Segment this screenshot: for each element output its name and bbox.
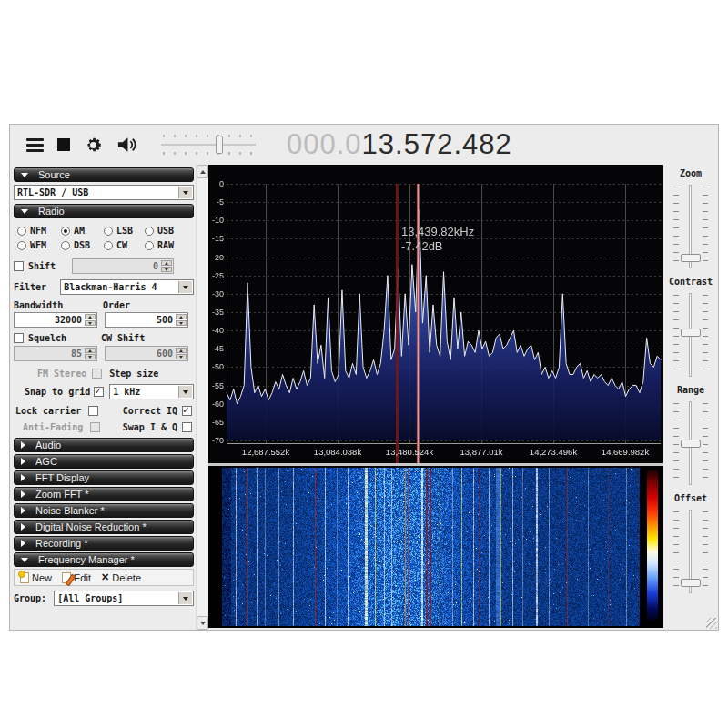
range-slider[interactable] xyxy=(671,401,711,485)
source-device-dropdown[interactable]: RTL-SDR / USB xyxy=(14,185,194,200)
panel-header-radio[interactable]: Radio xyxy=(14,204,194,218)
panel-header-digital-noise-reduction[interactable]: Digital Noise Reduction * xyxy=(14,520,194,534)
scroll-up-button[interactable] xyxy=(197,165,208,178)
y-tick: -60 xyxy=(208,399,224,409)
filter-dropdown[interactable]: Blackman-Harris 4 xyxy=(60,279,194,295)
dropdown-arrow-icon[interactable] xyxy=(178,281,192,293)
lock-carrier-checkbox[interactable] xyxy=(88,406,98,416)
step-size-dropdown[interactable]: 1 kHz xyxy=(109,384,194,399)
bandwidth-input[interactable]: 32000 xyxy=(14,312,97,328)
mode-radio-cw[interactable]: CW xyxy=(104,240,145,250)
panel-header-recording[interactable]: Recording * xyxy=(14,536,194,551)
correct-iq-checkbox[interactable] xyxy=(182,406,192,416)
sidebar-scrollbar[interactable] xyxy=(196,165,208,630)
mode-radio-wfm[interactable]: WFM xyxy=(17,240,61,250)
stop-icon[interactable] xyxy=(57,138,70,151)
filter-label: Filter xyxy=(14,282,46,292)
snap-to-grid-checkbox[interactable] xyxy=(94,387,104,397)
expand-arrow-icon xyxy=(21,490,25,498)
correct-iq-label: Correct IQ xyxy=(123,406,177,416)
panel-header-noise-blanker[interactable]: Noise Blanker * xyxy=(14,503,194,518)
panel-header-agc[interactable]: AGC xyxy=(14,454,194,469)
waterfall-canvas[interactable] xyxy=(222,468,640,626)
mode-radio-am[interactable]: AM xyxy=(61,226,104,236)
speaker-icon[interactable] xyxy=(116,136,137,154)
expand-arrow-icon xyxy=(21,540,25,547)
frequency-value: 13.572.482 xyxy=(362,128,512,160)
squelch-input[interactable]: 85 xyxy=(14,346,97,361)
source-device-value: RTL-SDR / USB xyxy=(17,187,88,197)
collapse-arrow-icon xyxy=(21,209,28,214)
y-tick: -40 xyxy=(208,326,224,335)
mode-radio-raw[interactable]: RAW xyxy=(145,240,190,250)
dropdown-arrow-icon[interactable] xyxy=(178,187,192,198)
menu-icon[interactable] xyxy=(26,138,44,152)
anti-fading-label: Anti-Fading xyxy=(23,422,83,432)
offset-slider-thumb[interactable] xyxy=(681,579,701,587)
panel-header-frequency-manager[interactable]: Frequency Manager * xyxy=(14,552,194,567)
y-tick: -35 xyxy=(208,308,224,317)
volume-thumb[interactable] xyxy=(216,136,223,154)
delete-x-icon: ✕ xyxy=(101,571,109,583)
dropdown-arrow-icon[interactable] xyxy=(178,592,192,604)
volume-slider[interactable] xyxy=(161,131,256,158)
mode-radio-lsb[interactable]: LSB xyxy=(104,226,145,236)
expand-arrow-icon xyxy=(21,458,25,465)
spinner-icon[interactable] xyxy=(161,260,172,272)
spectrum-panel[interactable]: 0 -5 -10 -15 -20 -25 -30 -35 -40 -45 -50… xyxy=(208,165,663,463)
panel-header-source[interactable]: Source xyxy=(14,167,194,182)
offset-slider[interactable] xyxy=(671,510,711,593)
order-label: Order xyxy=(103,300,130,310)
mode-radio-usb[interactable]: USB xyxy=(145,226,190,236)
range-slider-label: Range xyxy=(663,385,718,395)
dropdown-arrow-icon[interactable] xyxy=(178,386,192,398)
panel-header-zoom-fft[interactable]: Zoom FFT * xyxy=(14,487,194,501)
shift-checkbox[interactable] xyxy=(14,261,24,271)
x-tick: 12,687.552k xyxy=(229,447,302,457)
spinner-icon[interactable] xyxy=(176,348,187,359)
spinner-icon[interactable] xyxy=(85,314,96,326)
panel-header-audio[interactable]: Audio xyxy=(14,438,194,452)
y-tick: -30 xyxy=(208,289,224,298)
spinner-icon[interactable] xyxy=(85,348,96,359)
gear-icon[interactable] xyxy=(84,136,103,155)
frequency-leading-zeros: 000.0 xyxy=(287,128,362,160)
shift-input[interactable]: 0 xyxy=(72,258,174,274)
panel-header-fft-display[interactable]: FFT Display xyxy=(14,470,194,485)
mode-radio-dsb[interactable]: DSB xyxy=(61,240,104,250)
frequency-display[interactable]: 000.013.572.482 xyxy=(287,128,512,161)
zoom-slider[interactable] xyxy=(671,185,711,268)
edit-button[interactable]: Edit xyxy=(59,572,94,583)
new-button[interactable]: New xyxy=(17,572,55,583)
frequency-manager-toolbar: New Edit ✕Delete xyxy=(14,569,194,586)
window-resize-grip[interactable] xyxy=(706,618,717,629)
mode-radio-nfm[interactable]: NFM xyxy=(17,226,61,236)
arrow-down-icon xyxy=(200,622,206,625)
zoom-slider-thumb[interactable] xyxy=(681,254,701,262)
volume-ticks-bottom xyxy=(163,152,254,155)
waterfall-color-scale xyxy=(647,470,658,621)
cw-shift-input[interactable]: 600 xyxy=(105,346,188,361)
swap-iq-checkbox[interactable] xyxy=(182,422,192,432)
y-tick: -45 xyxy=(208,344,224,353)
anti-fading-checkbox xyxy=(90,422,100,432)
group-dropdown[interactable]: [All Groups] xyxy=(54,591,194,606)
bandwidth-label: Bandwidth xyxy=(14,300,103,310)
y-tick: -15 xyxy=(208,234,224,243)
range-slider-thumb[interactable] xyxy=(681,440,701,448)
spinner-icon[interactable] xyxy=(176,314,187,326)
scroll-down-button[interactable] xyxy=(197,616,208,630)
waterfall-panel[interactable] xyxy=(208,466,663,628)
contrast-slider[interactable] xyxy=(671,293,711,377)
contrast-slider-thumb[interactable] xyxy=(681,329,701,337)
spectrum-canvas[interactable] xyxy=(208,165,663,463)
order-input[interactable]: 500 xyxy=(105,312,188,328)
new-entry-icon xyxy=(20,572,29,583)
cursor-tooltip: 13,439.82kHz -7.42dB xyxy=(401,225,474,254)
fm-stereo-label: FM Stereo xyxy=(37,369,86,379)
delete-button[interactable]: ✕Delete xyxy=(98,571,144,583)
tooltip-frequency: 13,439.82kHz xyxy=(401,225,474,239)
display-controls: Zoom Contrast Range xyxy=(663,165,718,630)
x-tick: 14,669.982k xyxy=(589,447,662,457)
squelch-checkbox[interactable] xyxy=(14,333,24,343)
